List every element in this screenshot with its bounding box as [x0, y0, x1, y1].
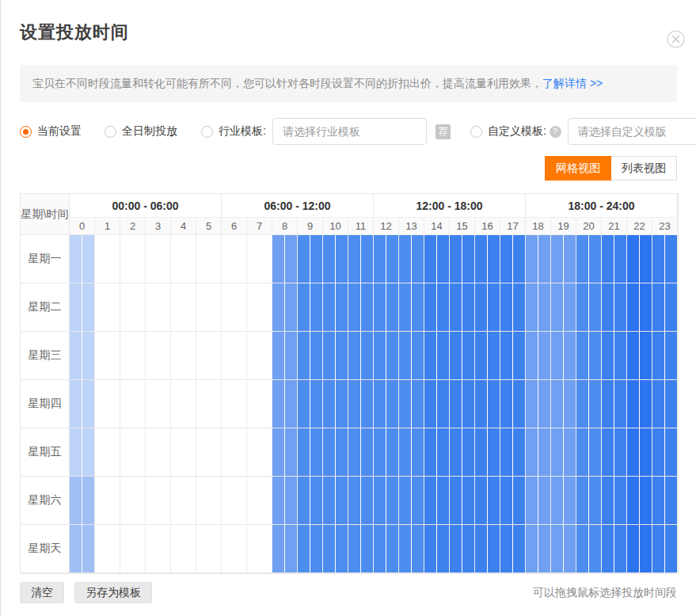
- half-hour-cell[interactable]: [526, 525, 538, 572]
- half-hour-cell[interactable]: [412, 380, 424, 428]
- half-hour-cell[interactable]: [133, 235, 145, 283]
- half-hour-cell[interactable]: [133, 477, 145, 524]
- half-hour-cell[interactable]: [500, 283, 512, 331]
- time-cell[interactable]: [171, 283, 196, 332]
- half-hour-cell[interactable]: [285, 525, 297, 572]
- half-hour-cell[interactable]: [665, 477, 677, 524]
- half-hour-cell[interactable]: [576, 235, 588, 283]
- half-hour-cell[interactable]: [424, 477, 436, 524]
- time-cell[interactable]: [576, 332, 602, 380]
- half-hour-cell[interactable]: [158, 477, 170, 524]
- half-hour-cell[interactable]: [589, 428, 601, 476]
- time-cell[interactable]: [298, 380, 323, 428]
- half-hour-cell[interactable]: [526, 332, 538, 379]
- half-hour-cell[interactable]: [222, 283, 234, 331]
- time-cell[interactable]: [526, 477, 551, 525]
- half-hour-cell[interactable]: [120, 283, 132, 331]
- radio-circle-icon[interactable]: [105, 126, 116, 138]
- half-hour-cell[interactable]: [576, 332, 588, 379]
- half-hour-cell[interactable]: [589, 283, 601, 331]
- time-cell[interactable]: [374, 235, 399, 283]
- half-hour-cell[interactable]: [222, 332, 234, 379]
- half-hour-cell[interactable]: [184, 380, 196, 428]
- half-hour-cell[interactable]: [437, 477, 449, 524]
- half-hour-cell[interactable]: [513, 380, 525, 428]
- half-hour-cell[interactable]: [272, 380, 284, 428]
- time-cell[interactable]: [120, 332, 146, 380]
- half-hour-cell[interactable]: [158, 525, 170, 572]
- time-cell[interactable]: [627, 525, 652, 573]
- time-cell[interactable]: [551, 235, 576, 283]
- time-cell[interactable]: [146, 235, 171, 283]
- time-cell[interactable]: [450, 332, 475, 380]
- half-hour-cell[interactable]: [538, 477, 550, 524]
- time-cell[interactable]: [652, 525, 678, 573]
- half-hour-cell[interactable]: [386, 283, 398, 331]
- time-cell[interactable]: [146, 525, 171, 573]
- half-hour-cell[interactable]: [450, 525, 462, 572]
- half-hour-cell[interactable]: [513, 283, 525, 331]
- half-hour-cell[interactable]: [209, 332, 221, 379]
- half-hour-cell[interactable]: [272, 525, 284, 572]
- half-hour-cell[interactable]: [108, 380, 120, 428]
- half-hour-cell[interactable]: [108, 477, 120, 524]
- half-hour-cell[interactable]: [564, 332, 576, 379]
- time-cell[interactable]: [298, 235, 323, 283]
- time-cell[interactable]: [247, 332, 272, 380]
- half-hour-cell[interactable]: [260, 525, 272, 572]
- half-hour-cell[interactable]: [348, 428, 360, 476]
- half-hour-cell[interactable]: [146, 428, 158, 476]
- time-cell[interactable]: [120, 380, 146, 428]
- half-hour-cell[interactable]: [82, 428, 94, 476]
- half-hour-cell[interactable]: [209, 525, 221, 572]
- half-hour-cell[interactable]: [488, 283, 500, 331]
- time-cell[interactable]: [323, 235, 348, 283]
- time-cell[interactable]: [171, 428, 196, 477]
- half-hour-cell[interactable]: [298, 428, 310, 476]
- time-cell[interactable]: [298, 283, 323, 332]
- half-hour-cell[interactable]: [234, 283, 246, 331]
- time-cell[interactable]: [475, 235, 500, 283]
- time-cell[interactable]: [272, 380, 298, 428]
- time-cell[interactable]: [247, 283, 272, 332]
- half-hour-cell[interactable]: [475, 380, 487, 428]
- time-cell[interactable]: [551, 428, 576, 477]
- half-hour-cell[interactable]: [70, 380, 82, 428]
- time-cell[interactable]: [95, 332, 120, 380]
- time-cell[interactable]: [247, 380, 272, 428]
- time-cell[interactable]: [450, 428, 475, 477]
- half-hour-cell[interactable]: [475, 428, 487, 476]
- half-hour-cell[interactable]: [361, 380, 373, 428]
- half-hour-cell[interactable]: [196, 525, 208, 572]
- half-hour-cell[interactable]: [82, 332, 94, 379]
- half-hour-cell[interactable]: [450, 235, 462, 283]
- half-hour-cell[interactable]: [412, 283, 424, 331]
- time-cell[interactable]: [374, 380, 399, 428]
- half-hour-cell[interactable]: [564, 525, 576, 572]
- time-cell[interactable]: [70, 235, 95, 283]
- time-cell[interactable]: [120, 428, 146, 477]
- half-hour-cell[interactable]: [652, 477, 664, 524]
- half-hour-cell[interactable]: [437, 235, 449, 283]
- half-hour-cell[interactable]: [196, 235, 208, 283]
- time-cell[interactable]: [247, 235, 272, 283]
- time-cell[interactable]: [374, 332, 399, 380]
- half-hour-cell[interactable]: [95, 235, 107, 283]
- half-hour-cell[interactable]: [95, 477, 107, 524]
- half-hour-cell[interactable]: [627, 380, 639, 428]
- half-hour-cell[interactable]: [424, 235, 436, 283]
- time-cell[interactable]: [348, 380, 374, 428]
- half-hour-cell[interactable]: [108, 332, 120, 379]
- time-cell[interactable]: [500, 428, 526, 477]
- half-hour-cell[interactable]: [260, 332, 272, 379]
- half-hour-cell[interactable]: [95, 380, 107, 428]
- time-cell[interactable]: [70, 380, 95, 428]
- time-cell[interactable]: [70, 477, 95, 525]
- time-cell[interactable]: [120, 235, 146, 283]
- half-hour-cell[interactable]: [399, 380, 411, 428]
- half-hour-cell[interactable]: [576, 428, 588, 476]
- time-cell[interactable]: [196, 525, 222, 573]
- half-hour-cell[interactable]: [488, 380, 500, 428]
- half-hour-cell[interactable]: [222, 380, 234, 428]
- time-cell[interactable]: [627, 477, 652, 525]
